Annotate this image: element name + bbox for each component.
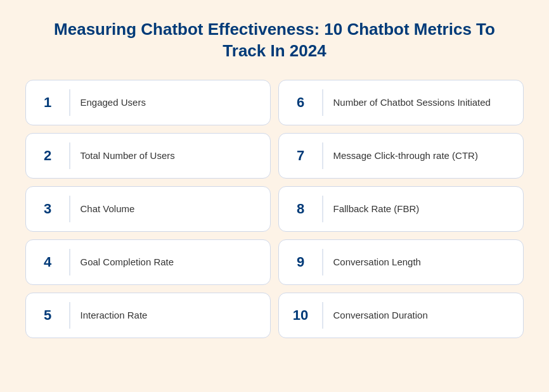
metric-label-6: Number of Chatbot Sessions Initiated <box>333 96 491 109</box>
metric-number-10: 10 <box>289 307 312 324</box>
metric-card-1: 1Engaged Users <box>25 80 271 125</box>
metric-card-4: 4Goal Completion Rate <box>25 239 271 285</box>
metric-number-4: 4 <box>36 254 59 270</box>
metric-label-4: Goal Completion Rate <box>81 255 174 269</box>
metric-divider-1 <box>69 89 70 116</box>
metric-label-2: Total Number of Users <box>81 149 175 162</box>
metric-divider-2 <box>69 142 70 169</box>
metric-divider-3 <box>69 196 70 222</box>
metric-card-7: 7Message Click-through rate (CTR) <box>278 133 524 179</box>
metric-divider-5 <box>69 302 70 329</box>
metric-card-9: 9Conversation Length <box>278 239 524 285</box>
metric-card-6: 6Number of Chatbot Sessions Initiated <box>278 80 524 125</box>
metric-divider-8 <box>322 196 323 222</box>
metric-card-2: 2Total Number of Users <box>25 133 271 179</box>
metric-divider-10 <box>322 302 323 329</box>
metric-label-10: Conversation Duration <box>333 308 428 322</box>
metric-number-2: 2 <box>36 148 59 164</box>
metric-label-1: Engaged Users <box>81 96 146 109</box>
metric-number-3: 3 <box>36 201 59 217</box>
metric-label-8: Fallback Rate (FBR) <box>333 202 420 215</box>
metric-label-5: Interaction Rate <box>81 308 148 322</box>
metric-number-7: 7 <box>289 148 312 164</box>
metric-number-5: 5 <box>36 307 59 324</box>
metric-divider-7 <box>322 142 323 169</box>
metric-number-8: 8 <box>289 201 312 217</box>
metric-card-8: 8Fallback Rate (FBR) <box>278 186 524 232</box>
metric-card-10: 10Conversation Duration <box>278 293 524 338</box>
metrics-grid: 1Engaged Users6Number of Chatbot Session… <box>25 80 524 338</box>
metric-number-9: 9 <box>289 254 312 270</box>
metric-label-7: Message Click-through rate (CTR) <box>333 149 478 162</box>
metric-label-9: Conversation Length <box>333 255 421 269</box>
metric-number-6: 6 <box>289 94 312 111</box>
metric-label-3: Chat Volume <box>81 202 135 215</box>
metric-card-5: 5Interaction Rate <box>25 293 271 338</box>
metric-number-1: 1 <box>36 94 59 111</box>
metric-divider-6 <box>322 89 323 116</box>
metric-divider-4 <box>69 249 70 275</box>
metric-card-3: 3Chat Volume <box>25 186 271 232</box>
page-title: Measuring Chatbot Effectiveness: 10 Chat… <box>34 19 515 62</box>
metric-divider-9 <box>322 249 323 275</box>
